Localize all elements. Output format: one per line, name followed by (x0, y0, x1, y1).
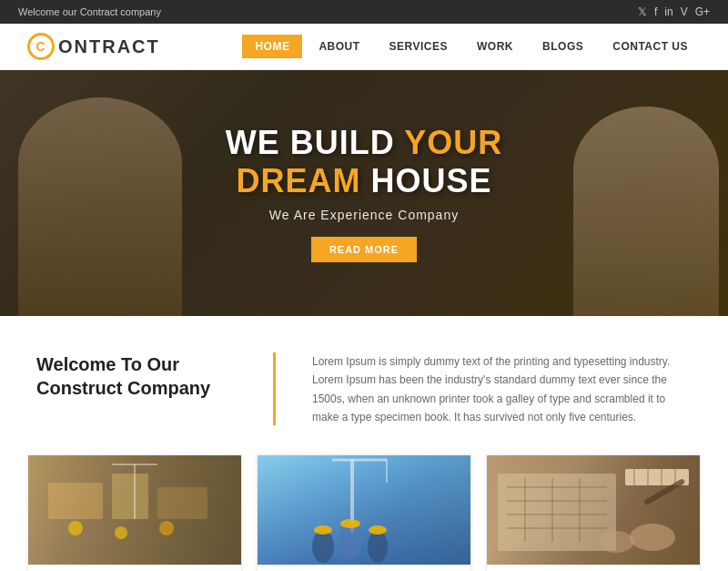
svg-point-4 (115, 526, 127, 539)
card-architectural-image (487, 455, 700, 565)
card-architectural-body: ARCHITECTURAL Lorem Ipsum is simply dumm… (487, 565, 700, 571)
nav-home[interactable]: HOME (242, 35, 302, 58)
hero-title-orange2: DREAM (236, 162, 360, 199)
hero-title-line1: WE BUILD YOUR (226, 124, 502, 162)
card-construction-body: CONSTRUCTION Lorem Ipsum is simply dummy… (28, 565, 241, 571)
svg-rect-1 (112, 474, 148, 519)
svg-point-14 (314, 525, 332, 535)
card-renovation-image (258, 455, 470, 565)
main-nav: HOME ABOUT SERVICES WORK BLOGS CONTACT U… (242, 35, 701, 58)
welcome-section: Welcome To Our Construct Company Lorem I… (0, 316, 728, 445)
hero-subtitle: We Are Experience Company (226, 208, 502, 222)
welcome-text: Lorem Ipsum is simply dummy text of the … (312, 352, 692, 427)
hero-content: WE BUILD YOUR DREAM HOUSE We Are Experie… (226, 124, 502, 262)
svg-point-31 (630, 524, 675, 551)
svg-rect-17 (498, 474, 616, 551)
svg-rect-0 (48, 483, 103, 519)
card-renovation: RENOVATION Lorem Ipsum is simply dummy t… (257, 454, 471, 571)
svg-point-32 (598, 531, 634, 553)
nav-services[interactable]: SERVICES (377, 35, 460, 58)
welcome-title: Welcome To Our Construct Company (36, 352, 237, 400)
svg-point-15 (340, 519, 360, 528)
svg-point-13 (368, 530, 388, 563)
header: C ONTRACT HOME ABOUT SERVICES WORK BLOGS… (0, 24, 728, 70)
hero-read-more-button[interactable]: READ MORE (311, 237, 417, 262)
svg-rect-2 (157, 487, 207, 519)
card-construction-image (28, 455, 241, 565)
card-architectural: ARCHITECTURAL Lorem Ipsum is simply dumm… (486, 454, 701, 571)
nav-contact[interactable]: CONTACT US (600, 35, 701, 58)
welcome-left: Welcome To Our Construct Company (36, 352, 237, 400)
hero-title-line2: DREAM HOUSE (226, 162, 502, 200)
top-bar-message: Welcome our Contract company (18, 6, 161, 17)
hero-title-orange1: YOUR (404, 124, 502, 161)
logo-icon: C (27, 33, 55, 60)
nav-about[interactable]: ABOUT (306, 35, 372, 58)
top-bar: Welcome our Contract company 𝕏 f in V G+ (0, 0, 728, 24)
nav-work[interactable]: WORK (464, 35, 526, 58)
google-plus-icon[interactable]: G+ (695, 5, 710, 18)
card-renovation-body: RENOVATION Lorem Ipsum is simply dummy t… (258, 565, 470, 571)
card-construction: CONSTRUCTION Lorem Ipsum is simply dummy… (27, 454, 242, 571)
hero-section: WE BUILD YOUR DREAM HOUSE We Are Experie… (0, 70, 728, 316)
svg-point-5 (159, 521, 174, 535)
social-links: 𝕏 f in V G+ (638, 5, 710, 18)
twitter-icon[interactable]: 𝕏 (638, 5, 647, 18)
svg-point-11 (312, 530, 334, 563)
logo-text: ONTRACT (58, 36, 160, 57)
vimeo-icon[interactable]: V (681, 5, 688, 18)
welcome-divider (273, 352, 276, 425)
svg-point-16 (369, 525, 387, 535)
facebook-icon[interactable]: f (654, 5, 657, 18)
linkedin-icon[interactable]: in (664, 5, 672, 18)
svg-point-3 (68, 521, 83, 535)
cards-section: CONSTRUCTION Lorem Ipsum is simply dummy… (0, 445, 728, 571)
nav-blogs[interactable]: BLOGS (530, 35, 596, 58)
logo: C ONTRACT (27, 33, 160, 60)
svg-point-12 (339, 524, 362, 560)
